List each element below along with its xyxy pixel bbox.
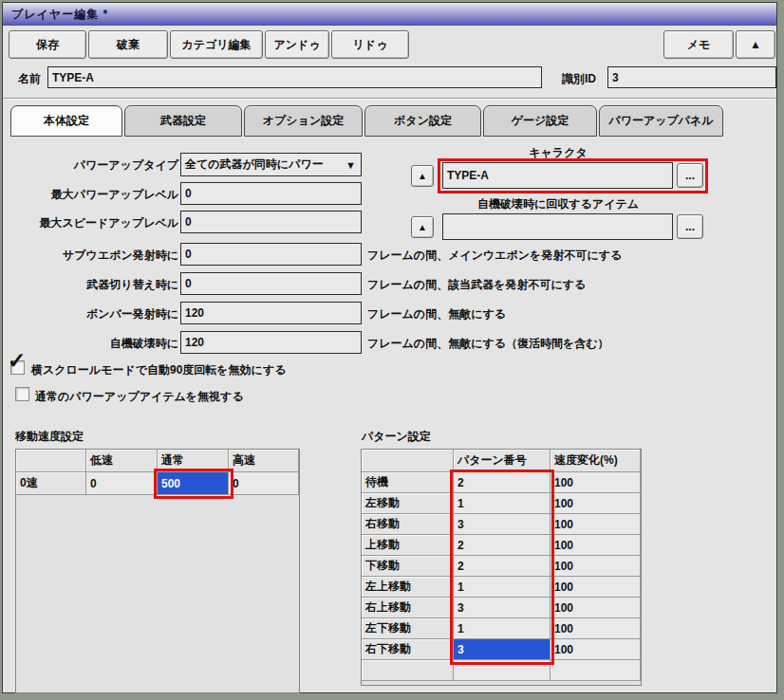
character-browse-button[interactable]: ... [677, 163, 703, 188]
collapse-button[interactable]: ▲ [736, 30, 775, 59]
tab-option-settings[interactable]: オプション設定 [244, 105, 363, 137]
pattern-row-label[interactable]: 左移動 [362, 493, 454, 514]
speed-row-label[interactable]: 0速 [16, 472, 86, 495]
pattern-number-cell-empty[interactable] [454, 660, 551, 681]
speed-change-cell[interactable]: 100 [551, 556, 641, 577]
pattern-row-label[interactable]: 右上移動 [362, 598, 454, 618]
speed-cell-normal-selected[interactable]: 500 [158, 472, 229, 495]
field-value: 0 [185, 248, 192, 261]
tab-label: 本体設定 [44, 113, 89, 129]
tab-main-settings[interactable]: 本体設定 [10, 105, 122, 137]
pattern-row-down-left: 左下移動 1 100 [362, 618, 641, 639]
divider [3, 98, 776, 100]
category-edit-button[interactable]: カテゴリ編集 [170, 30, 263, 59]
screen: プレイヤー編集 * 保存 破棄 カテゴリ編集 アンドゥ リドゥ メモ ▲ 名前 … [0, 0, 784, 700]
redo-button[interactable]: リドゥ [331, 30, 409, 59]
speed-table-row: 0速 0 500 0 [16, 472, 299, 495]
powerup-type-select[interactable]: 全ての武器が同時にパワー ▼ [180, 153, 362, 176]
pattern-row-down: 下移動 2 100 [362, 556, 641, 577]
pattern-number-cell[interactable]: 2 [454, 472, 551, 493]
pattern-row-left: 左移動 1 100 [362, 493, 641, 514]
bomber-fire-label: ボンバー発射時に [3, 306, 178, 322]
subweapon-fire-input[interactable]: 0 [180, 243, 362, 266]
speed-table-title: 移動速度設定 [15, 429, 84, 445]
speed-change-cell[interactable]: 100 [551, 493, 641, 514]
subweapon-fire-suffix: フレームの間、メインウエポンを発射不可にする [367, 248, 622, 264]
weapon-switch-input[interactable]: 0 [180, 272, 362, 295]
up-triangle-icon: ▲ [418, 171, 427, 181]
speed-cell-slow[interactable]: 0 [86, 472, 158, 495]
recovery-item-label: 自機破壊時に回収するアイテム [425, 196, 691, 212]
pattern-number-cell[interactable]: 2 [454, 556, 551, 577]
save-button[interactable]: 保存 [9, 30, 86, 59]
pattern-row-label[interactable]: 上移動 [362, 535, 454, 556]
pattern-header-number: パターン番号 [454, 450, 551, 472]
max-powerup-level-input[interactable]: 0 [180, 182, 362, 205]
pattern-row-label[interactable]: 右移動 [362, 514, 454, 535]
bomber-fire-input[interactable]: 120 [180, 302, 362, 324]
speed-change-cell[interactable]: 100 [551, 577, 641, 598]
speed-change-cell[interactable]: 100 [551, 618, 641, 639]
pattern-row-label[interactable]: 下移動 [362, 556, 454, 577]
tab-label: パワーアップパネル [608, 113, 713, 129]
disable-90-rotation-label: 横スクロールモードで自動90度回転を無効にする [31, 362, 286, 378]
pattern-row-up-left: 左上移動 1 100 [362, 577, 641, 598]
max-speedup-level-input[interactable]: 0 [180, 211, 362, 233]
character-up-button[interactable]: ▲ [411, 165, 434, 187]
tab-label: 武器設定 [160, 113, 206, 129]
speed-change-cell[interactable]: 100 [551, 598, 641, 618]
memo-button-label: メモ [687, 37, 711, 53]
recovery-item-browse-button[interactable]: ... [677, 214, 703, 239]
pattern-row-label-empty[interactable] [362, 660, 454, 681]
speed-change-cell-empty[interactable] [551, 660, 641, 681]
speed-table: 低速 通常 高速 0速 0 500 0 [15, 449, 300, 693]
dropdown-arrow-icon: ▼ [345, 159, 356, 171]
field-value: 120 [185, 336, 204, 349]
pattern-row-label[interactable]: 右下移動 [362, 639, 454, 660]
speed-cell-fast[interactable]: 0 [229, 472, 299, 495]
powerup-type-label: パワーアップタイプ [3, 157, 178, 174]
tab-weapon-settings[interactable]: 武器設定 [124, 105, 242, 137]
title-bar[interactable]: プレイヤー編集 * [3, 3, 776, 26]
field-value: 120 [185, 306, 204, 320]
tab-powerup-panel[interactable]: パワーアップパネル [599, 105, 723, 137]
pattern-table-title: パターン設定 [362, 429, 431, 445]
name-input[interactable]: TYPE-A [47, 66, 542, 88]
pattern-number-cell[interactable]: 1 [454, 577, 551, 598]
pattern-number-cell[interactable]: 1 [454, 493, 551, 514]
pattern-table-header-row: パターン番号 速度変化(%) [362, 450, 641, 472]
speed-change-cell[interactable]: 100 [551, 514, 641, 535]
memo-button[interactable]: メモ [663, 30, 734, 59]
pattern-row-label[interactable]: 左上移動 [362, 577, 454, 598]
discard-button[interactable]: 破棄 [88, 30, 168, 59]
pattern-number-cell[interactable]: 2 [454, 535, 551, 556]
id-input[interactable]: 3 [607, 66, 776, 88]
pattern-number-cell[interactable]: 3 [454, 514, 551, 535]
field-value: 0 [185, 215, 192, 229]
ignore-powerup-items-checkbox[interactable] [15, 387, 29, 401]
category-edit-button-label: カテゴリ編集 [181, 37, 251, 53]
checkmark-icon: ✓ [8, 350, 26, 372]
pattern-row-empty [362, 660, 641, 681]
max-speedup-level-label: 最大スピードアップレベル [3, 215, 178, 231]
pattern-header-blank [362, 450, 454, 472]
tab-gauge-settings[interactable]: ゲージ設定 [483, 105, 597, 137]
recovery-item-up-button[interactable]: ▲ [411, 216, 434, 238]
recovery-item-input[interactable] [442, 213, 673, 240]
speed-change-cell[interactable]: 100 [551, 535, 641, 556]
discard-button-label: 破棄 [117, 37, 140, 53]
speed-table-header-row: 低速 通常 高速 [16, 450, 299, 472]
character-input[interactable]: TYPE-A [442, 162, 673, 189]
powerup-type-value: 全ての武器が同時にパワー [185, 157, 324, 173]
pattern-number-cell[interactable]: 1 [454, 618, 551, 639]
undo-button[interactable]: アンドゥ [265, 30, 329, 59]
speed-change-cell[interactable]: 100 [551, 472, 641, 493]
subweapon-fire-label: サブウエポン発射時に [3, 248, 178, 264]
ship-destroy-input[interactable]: 120 [180, 331, 362, 354]
tab-button-settings[interactable]: ボタン設定 [364, 105, 481, 137]
pattern-row-label[interactable]: 左下移動 [362, 618, 454, 639]
speed-change-cell[interactable]: 100 [551, 639, 641, 660]
pattern-number-cell[interactable]: 3 [454, 598, 551, 618]
pattern-row-label[interactable]: 待機 [362, 472, 454, 493]
pattern-number-cell-selected[interactable]: 3 [454, 639, 551, 660]
